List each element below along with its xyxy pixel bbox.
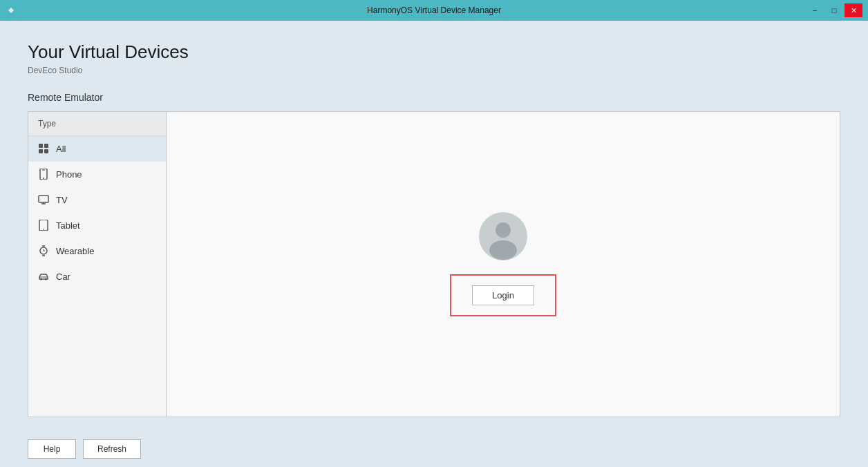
sidebar-item-phone[interactable]: Phone — [28, 162, 166, 187]
device-panel: Type All — [28, 111, 840, 417]
title-bar-left — [6, 5, 17, 16]
phone-icon — [38, 169, 49, 180]
app-icon — [6, 5, 17, 16]
sidebar-item-tablet[interactable]: Tablet — [28, 213, 166, 238]
sidebar-header: Type — [28, 112, 166, 136]
sidebar-label-phone: Phone — [56, 169, 82, 180]
car-icon — [38, 271, 49, 282]
sidebar-item-wearable[interactable]: Wearable — [28, 238, 166, 264]
svg-point-18 — [40, 278, 42, 280]
section-title: Remote Emulator — [28, 92, 840, 103]
sidebar-label-all: All — [56, 144, 66, 154]
svg-rect-1 — [39, 144, 43, 148]
sidebar: Type All — [28, 112, 167, 417]
watch-icon — [38, 245, 49, 256]
minimize-button[interactable]: − — [806, 3, 824, 17]
svg-rect-4 — [44, 149, 48, 153]
svg-point-23 — [489, 240, 517, 260]
main-content: Your Virtual Devices DevEco Studio Remot… — [0, 21, 868, 431]
help-button[interactable]: Help — [28, 439, 76, 459]
svg-rect-2 — [44, 144, 48, 148]
content-area: Login — [167, 112, 840, 417]
window-controls: − □ ✕ — [806, 3, 862, 17]
tablet-icon — [38, 220, 49, 231]
svg-point-22 — [496, 222, 511, 238]
svg-point-12 — [43, 229, 44, 230]
svg-rect-3 — [39, 149, 43, 153]
page-subtitle: DevEco Studio — [28, 66, 840, 75]
sidebar-label-tablet: Tablet — [56, 220, 80, 231]
svg-point-19 — [45, 278, 47, 280]
close-button[interactable]: ✕ — [845, 3, 862, 17]
sidebar-item-car[interactable]: Car — [28, 264, 166, 289]
refresh-button[interactable]: Refresh — [83, 439, 141, 459]
title-bar: HarmonyOS Virtual Device Manager − □ ✕ — [0, 0, 868, 21]
window-title: HarmonyOS Virtual Device Manager — [367, 6, 501, 15]
bottom-bar: Help Refresh — [0, 431, 868, 467]
sidebar-item-all[interactable]: All — [28, 136, 166, 162]
tv-icon — [38, 194, 49, 205]
avatar-icon — [479, 212, 527, 260]
sidebar-label-wearable: Wearable — [56, 246, 94, 256]
restore-button[interactable]: □ — [825, 3, 843, 17]
grid-icon — [38, 143, 49, 154]
login-box: Login — [450, 274, 556, 316]
page-title: Your Virtual Devices — [28, 41, 840, 63]
sidebar-label-tv: TV — [56, 195, 68, 205]
svg-point-7 — [43, 178, 44, 179]
login-container: Login — [450, 212, 556, 316]
login-button[interactable]: Login — [472, 285, 534, 305]
sidebar-item-tv[interactable]: TV — [28, 187, 166, 213]
sidebar-label-car: Car — [56, 271, 70, 282]
svg-rect-8 — [39, 196, 48, 202]
